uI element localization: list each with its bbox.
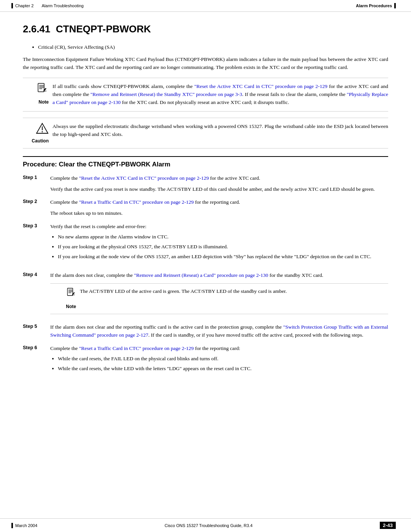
step4-link[interactable]: "Remove and Reinsert (Reseat) a Card" pr… (134, 272, 268, 278)
steps-container: Step 1 Complete the "Reset the Active XT… (23, 174, 388, 378)
section-name: CTNEQPT-PBWORK (56, 23, 151, 35)
step-1-sub: Verify that the active card you reset is… (50, 185, 388, 193)
footer-bar (11, 523, 13, 528)
step-4-row: Step 4 If the alarm does not clear, comp… (23, 272, 388, 318)
note-pencil-icon (35, 83, 49, 97)
step-1-content: Complete the "Reset the Active XTC Card … (50, 174, 388, 193)
section-title: 2.6.41 CTNEQPT-PBWORK (23, 23, 388, 35)
note-label: Note (27, 99, 49, 105)
step-6-bullets: While the card resets, the FAIL LED on t… (58, 355, 388, 373)
header-bar (11, 3, 13, 8)
step1-link[interactable]: "Reset the Active XTC Card in CTC" proce… (79, 175, 209, 181)
step-3-bullets: No new alarms appear in the Alarms windo… (58, 233, 388, 261)
footer-center: Cisco ONS 15327 Troubleshooting Guide, R… (164, 523, 252, 528)
body-paragraph: The Interconnection Equipment Failure Wo… (23, 56, 388, 72)
step-6-bullet-1: While the card resets, the FAIL LED on t… (58, 355, 388, 363)
note-box: Note If all traffic cards show CTNEQPT-P… (23, 78, 388, 112)
severity-item: Critical (CR), Service Affecting (SA) (38, 44, 388, 50)
page-number: 2-43 (380, 522, 396, 529)
page-header: Chapter 2 Alarm Troubleshooting Alarm Pr… (0, 0, 411, 12)
caution-label: Caution (27, 137, 49, 144)
procedure-title: Procedure: Clear the CTNEQPT-PBWORK Alar… (23, 156, 388, 168)
note-link2[interactable]: "Remove and Reinsert (Reseat) the Standb… (91, 91, 242, 97)
page-footer: March 2004 Cisco ONS 15327 Troubleshooti… (0, 518, 411, 532)
footer-date: March 2004 (15, 523, 37, 528)
svg-point-9 (42, 131, 43, 132)
step-4-content: If the alarm does not clear, complete th… (50, 272, 388, 318)
step-2-sub: The reboot takes up to ten minutes. (50, 209, 388, 217)
step-2-label: Step 2 (23, 198, 50, 204)
caution-triangle-icon (36, 123, 49, 136)
step-4-label: Step 4 (23, 272, 50, 277)
note-content: If all traffic cards show CTNEQPT-PBWORK… (53, 83, 388, 107)
step-4-note-text: The ACT/STBY LED of the active card is g… (80, 288, 388, 296)
step4-note-pencil-icon (65, 288, 76, 301)
header-right: Alarm Procedures (356, 3, 396, 8)
step-2-row: Step 2 Complete the "Reset a Traffic Car… (23, 198, 388, 217)
step-5-content: If the alarm does not clear and the repo… (50, 323, 388, 339)
caution-box: Caution Always use the supplied electros… (23, 118, 388, 149)
severity-list: Critical (CR), Service Affecting (SA) (38, 44, 388, 50)
section-number: 2.6.41 (23, 23, 50, 35)
step2-link[interactable]: "Reset a Traffic Card in CTC" procedure … (79, 199, 194, 205)
step-1-label: Step 1 (23, 174, 50, 180)
step-6-row: Step 6 Complete the "Reset a Traffic Car… (23, 345, 388, 378)
step-5-row: Step 5 If the alarm does not clear and t… (23, 323, 388, 339)
svg-marker-15 (72, 292, 75, 295)
step5-link[interactable]: "Switch Protection Group Traffic with an… (50, 324, 388, 338)
step-5-label: Step 5 (23, 323, 50, 329)
step-3-bullet-3: If you are looking at the node view of t… (58, 253, 388, 261)
step-6-content: Complete the "Reset a Traffic Card in CT… (50, 345, 388, 378)
caution-content: Always use the supplied electrostatic di… (53, 123, 388, 139)
step4-note-label: Note (54, 302, 76, 310)
step-3-label: Step 3 (23, 223, 50, 228)
step-3-bullet-1: No new alarms appear in the Alarms windo… (58, 233, 388, 241)
step-3-bullet-2: If you are looking at the physical ONS 1… (58, 243, 388, 251)
step6-link[interactable]: "Reset a Traffic Card in CTC" procedure … (79, 345, 194, 351)
header-left: Chapter 2 Alarm Troubleshooting (11, 3, 84, 8)
step-2-content: Complete the "Reset a Traffic Card in CT… (50, 198, 388, 217)
step-3-row: Step 3 Verify that the reset is complete… (23, 223, 388, 266)
header-right-bar (394, 3, 396, 8)
header-right-section: Alarm Procedures (356, 3, 392, 8)
step-6-bullet-2: While the card resets, the white LED wit… (58, 365, 388, 373)
step-1-row: Step 1 Complete the "Reset the Active XT… (23, 174, 388, 193)
header-chapter: Chapter 2 (15, 3, 33, 8)
main-content: 2.6.41 CTNEQPT-PBWORK Critical (CR), Ser… (0, 12, 411, 406)
footer-left: March 2004 (11, 523, 37, 528)
note-link1[interactable]: "Reset the Active XTC Card in CTC" proce… (194, 83, 327, 89)
header-section: Alarm Troubleshooting (41, 3, 83, 8)
step-4-note: Note The ACT/STBY LED of the active card… (50, 283, 388, 315)
step-3-content: Verify that the reset is complete and er… (50, 223, 388, 266)
step-6-label: Step 6 (23, 345, 50, 350)
svg-marker-5 (43, 88, 46, 91)
